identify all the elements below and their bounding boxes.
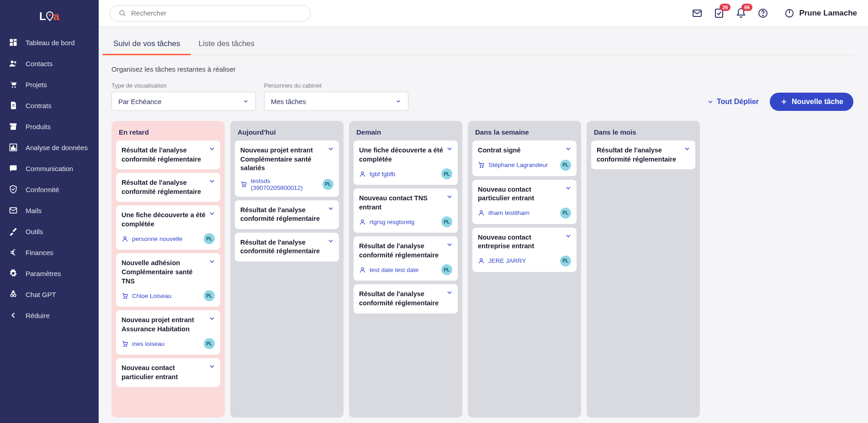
task-card[interactable]: Nouveau projet entrant Complémentaire sa… (235, 141, 339, 197)
avatar: PL (204, 338, 215, 349)
card-link[interactable]: Chloe Loiseau (122, 292, 171, 299)
task-card[interactable]: Nouveau contact particulier entrantilham… (472, 180, 577, 224)
task-card[interactable]: Résultat de l'analyse conformité régleme… (591, 141, 695, 169)
svg-point-32 (124, 236, 126, 239)
chevron-down-icon[interactable] (208, 315, 216, 322)
sidebar-item-mail[interactable]: Mails (0, 200, 99, 221)
chevron-down-icon[interactable] (565, 145, 572, 152)
task-card[interactable]: Nouveau contact TNS entrantrtgrsg resgts… (354, 188, 458, 233)
card-link[interactable]: fgbf fgbfb (359, 171, 395, 178)
task-card[interactable]: Résultat de l'analyse conformité régleme… (354, 284, 458, 313)
sidebar-item-label: Produits (26, 123, 51, 131)
task-card[interactable]: Résultat de l'analyse conformité régleme… (235, 200, 339, 229)
chevron-down-icon[interactable] (208, 178, 216, 185)
card-link[interactable]: personne nouvelle (122, 235, 182, 242)
chevron-down-icon[interactable] (565, 184, 572, 192)
sidebar-item-label: Outils (26, 228, 43, 235)
card-link[interactable]: ines loiseau (122, 340, 164, 347)
svg-point-42 (480, 167, 481, 168)
sidebar-item-cart[interactable]: Projets (0, 74, 99, 95)
svg-point-43 (482, 167, 483, 168)
tab-liste[interactable]: Liste des tâches (196, 35, 256, 55)
card-link[interactable]: Stéphane Lagrandeur (478, 162, 548, 168)
card-link[interactable]: testsds (39070205800012) (240, 178, 323, 191)
card-title: Nouveau contact TNS entrant (359, 194, 452, 212)
kanban-board: En retardRésultat de l'analyse conformit… (111, 121, 853, 423)
card-link[interactable]: ilham testilham (478, 209, 529, 216)
tasks-badge: 26 (720, 4, 730, 11)
chevron-down-icon[interactable] (208, 145, 216, 152)
svg-point-38 (244, 186, 245, 187)
filter-people-select[interactable]: Mes tâches (264, 92, 408, 111)
avatar: PL (441, 216, 452, 227)
task-card[interactable]: Résultat de l'analyse conformité régleme… (116, 173, 220, 202)
chevron-down-icon[interactable] (327, 237, 334, 245)
svg-point-35 (124, 345, 125, 346)
sidebar-item-people[interactable]: Contacts (0, 53, 99, 74)
chevron-down-icon[interactable] (446, 289, 453, 296)
sidebar-item-chat[interactable]: Communication (0, 158, 99, 179)
sidebar-item-tools[interactable]: Outils (0, 221, 99, 242)
help-icon[interactable] (757, 7, 769, 19)
sidebar-item-spark[interactable]: Chat GPT (0, 284, 99, 305)
task-card[interactable]: Résultat de l'analyse conformité régleme… (235, 233, 339, 261)
bell-icon[interactable]: 66 (735, 7, 747, 19)
plus-icon (780, 98, 788, 106)
column-title: Dans la semaine (472, 125, 577, 141)
card-title: Une fiche découverte a été complétée (359, 146, 452, 164)
card-link[interactable]: JERE JARRY (478, 257, 526, 264)
sidebar-item-shield[interactable]: Conformité (0, 179, 99, 200)
expand-all-button[interactable]: Tout Déplier (707, 98, 759, 106)
chevron-down-icon[interactable] (208, 210, 216, 217)
sidebar-item-store[interactable]: Produits (0, 116, 99, 137)
chevron-down-icon[interactable] (327, 145, 334, 152)
chevron-down-icon[interactable] (327, 205, 334, 212)
task-card[interactable]: Nouveau contact particulier entrant (116, 358, 220, 387)
task-card[interactable]: Une fiche découverte a été complétéepers… (116, 205, 220, 250)
sidebar-item-document[interactable]: Contrats (0, 95, 99, 116)
new-task-button[interactable]: Nouvelle tâche (770, 93, 853, 111)
task-card[interactable]: Une fiche découverte a été complétéefgbf… (354, 141, 458, 185)
column-title: Dans le mois (591, 125, 695, 141)
task-card[interactable]: Nouveau contact entreprise entrantJERE J… (472, 228, 577, 272)
column: Aujourd'huiNouveau projet entrant Complé… (230, 121, 344, 418)
user-menu[interactable]: Prune Lamache (784, 8, 857, 18)
tab-suivi[interactable]: Suivi de vos tâches (111, 35, 182, 55)
search-input[interactable] (131, 9, 302, 17)
sidebar-item-gear[interactable]: Paramètres (0, 263, 99, 284)
sidebar-item-label: Projets (26, 81, 47, 89)
task-card[interactable]: Nouveau projet entrant Assurance Habitat… (116, 310, 220, 355)
chevron-down-icon[interactable] (446, 193, 453, 200)
document-icon (8, 100, 18, 110)
chevron-down-icon[interactable] (565, 232, 572, 240)
sidebar-item-euro[interactable]: Finances (0, 242, 99, 263)
logo[interactable]: La (0, 5, 99, 32)
sidebar-item-back[interactable]: Réduire (0, 305, 99, 326)
task-card[interactable]: Contrat signéStéphane LagrandeurPL (472, 141, 577, 176)
chevron-down-icon[interactable] (208, 363, 216, 370)
svg-rect-1 (10, 39, 13, 42)
chevron-down-icon[interactable] (446, 145, 453, 152)
task-card[interactable]: Résultat de l'analyse conformité régleme… (116, 141, 220, 169)
sidebar-item-dashboard[interactable]: Tableau de bord (0, 32, 99, 53)
sidebar-item-chart[interactable]: Analyse de données (0, 137, 99, 158)
svg-point-45 (480, 259, 482, 261)
card-link[interactable]: test date test date (359, 266, 418, 273)
chevron-down-icon[interactable] (446, 241, 453, 248)
task-card[interactable]: Nouvelle adhésion Complémentaire santé T… (116, 253, 220, 307)
search-box[interactable] (110, 5, 311, 21)
tasks-icon[interactable]: 26 (713, 7, 725, 19)
chevron-down-icon[interactable] (208, 258, 216, 265)
mail-icon[interactable] (691, 7, 703, 19)
card-title: Résultat de l'analyse conformité régleme… (597, 146, 690, 164)
card-title: Nouveau contact particulier entrant (478, 185, 571, 203)
chevron-down-icon (707, 98, 714, 105)
svg-point-33 (124, 298, 125, 298)
filter-type-select[interactable]: Par Echéance (111, 92, 256, 111)
chevron-down-icon[interactable] (683, 145, 691, 152)
card-title: Résultat de l'analyse conformité régleme… (240, 238, 333, 256)
task-card[interactable]: Résultat de l'analyse conformité régleme… (354, 236, 458, 281)
sidebar: La Tableau de bordContactsProjetsContrat… (0, 0, 99, 423)
card-link[interactable]: rtgrsg resgtsretg (359, 219, 414, 225)
svg-point-40 (361, 219, 364, 222)
